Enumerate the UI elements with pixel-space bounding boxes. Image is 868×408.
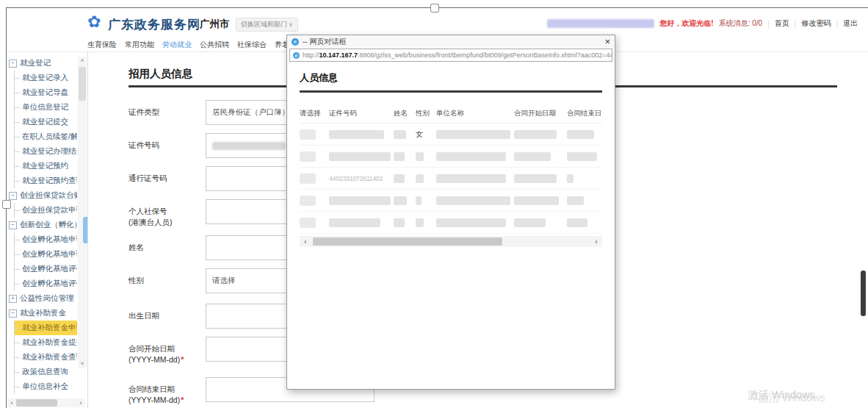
table-cell xyxy=(567,152,601,161)
table-row[interactable] xyxy=(300,212,602,234)
table-row[interactable]: 女 xyxy=(300,124,602,146)
tree-collapse-icon[interactable]: − xyxy=(9,309,17,318)
scroll-left-icon[interactable]: ‹ xyxy=(7,399,16,407)
sidebar-item[interactable]: 就业登记录入 xyxy=(15,71,77,85)
redacted-cell xyxy=(514,130,557,139)
sidebar-item[interactable]: 就业登记预约 xyxy=(15,159,77,173)
sidebar-group-label[interactable]: 就业补助资金 xyxy=(20,308,66,318)
header-link[interactable]: 首页 xyxy=(775,18,789,29)
sidebar-item[interactable]: 就业登记导盘 xyxy=(15,85,77,100)
tree-collapse-icon[interactable]: − xyxy=(9,221,17,229)
header-user-area: 您好，欢迎光临! 系统消息: 0/0 |首页|修改密码|退出 xyxy=(547,18,858,29)
table-cell xyxy=(300,196,329,206)
sidebar-item[interactable]: 就业登记办理结果查询 xyxy=(15,144,77,159)
crop-resize-handle-top[interactable] xyxy=(430,4,439,12)
sidebar-item[interactable]: 就业补助资金申请 xyxy=(15,321,77,335)
dialog-heading-underline xyxy=(300,90,602,93)
sidebar-hscrollbar-thumb[interactable] xyxy=(16,399,57,407)
sidebar-group-label[interactable]: 就业登记 xyxy=(20,58,51,68)
tree-expand-icon[interactable]: + xyxy=(9,295,17,303)
table-cell xyxy=(329,130,394,139)
sidebar-item[interactable]: 创业孵化基地评价申请 xyxy=(15,262,77,276)
sidebar-item[interactable]: 政策信息查询 xyxy=(15,365,77,379)
sidebar-item[interactable]: 创业孵化基地评价申请查询 xyxy=(15,276,77,291)
sidebar-group[interactable]: −创业担保贷款台账 xyxy=(9,188,77,203)
sidebar-item[interactable]: 创业担保贷款申请 xyxy=(15,203,77,218)
sidebar-item[interactable]: 创业孵化基地申请查询 xyxy=(15,247,77,262)
sidebar-group-children: 就业登记录入就业登记导盘单位信息登记就业登记提交在职人员续签/解除就业登记办理结… xyxy=(14,71,77,188)
field-label-text: 合同开始日期 xyxy=(129,343,206,354)
scroll-right-icon[interactable]: › xyxy=(590,237,602,246)
table-cell xyxy=(436,174,514,183)
column-header: 证件号码 xyxy=(329,109,394,118)
sidebar-scrollbar-thumb[interactable] xyxy=(79,67,86,101)
scroll-up-icon[interactable]: ˄ xyxy=(78,57,87,65)
crop-resize-handle-left[interactable] xyxy=(2,200,11,209)
separator: | xyxy=(767,20,770,28)
scroll-down-icon[interactable]: ˅ xyxy=(78,359,87,368)
header-link[interactable]: 退出 xyxy=(843,18,858,29)
dialog-heading: 人员信息 xyxy=(300,71,602,85)
sidebar-group-label[interactable]: 创业担保贷款台账 xyxy=(20,190,77,201)
redacted-cell xyxy=(416,196,422,205)
tree-collapse-icon[interactable]: − xyxy=(9,192,17,200)
sidebar-item[interactable]: 就业登记预约查询 xyxy=(15,173,77,188)
sidebar-vertical-scrollbar[interactable]: ˄ ˅ xyxy=(78,57,87,368)
field-label: 合同结束日期(YYYY-MM-dd)* xyxy=(129,377,206,406)
sidebar-item[interactable]: 单位信息登记 xyxy=(15,100,77,115)
redacted-cell xyxy=(416,218,424,227)
field-label: 证件类型 xyxy=(129,100,206,125)
header-link[interactable]: 修改密码 xyxy=(801,18,831,29)
redacted-cell xyxy=(567,130,594,139)
url-path: :8808/gzlss_web/business/front/tbempfund… xyxy=(358,51,612,59)
table-row[interactable] xyxy=(300,146,602,168)
sidebar-item[interactable]: 就业登记提交 xyxy=(15,115,77,129)
sidebar-group[interactable]: −就业登记 xyxy=(9,56,77,71)
dialog-titlebar[interactable]: e -- 网页对话框 × xyxy=(287,35,615,48)
scroll-right-icon[interactable]: › xyxy=(76,399,85,407)
page-scrollbar-thumb[interactable] xyxy=(861,271,866,316)
brand-title: 广东政务服务网 xyxy=(108,16,200,33)
table-row[interactable]: 4402331072611402 xyxy=(300,168,602,190)
redacted-cell xyxy=(514,218,546,227)
sidebar-group[interactable]: +公益性岗位管理 xyxy=(9,291,77,306)
sidebar-group[interactable]: −创新创业（孵化）示范基地 xyxy=(9,218,77,232)
field-label-text: 姓名 xyxy=(129,242,206,253)
sidebar-horizontal-scrollbar[interactable]: ‹ › xyxy=(7,398,85,407)
table-row[interactable] xyxy=(300,190,602,212)
redacted-cell xyxy=(300,151,316,162)
redacted-cell xyxy=(514,174,557,183)
tree-collapse-icon[interactable]: − xyxy=(9,60,17,68)
redacted-cell xyxy=(567,196,584,205)
close-icon[interactable]: × xyxy=(604,37,610,46)
redacted-cell xyxy=(567,152,597,161)
region-switch-label: 切换区域和部门 xyxy=(241,21,287,28)
field-label-sub: (YYYY-MM-dd)* xyxy=(129,354,206,365)
redacted-cell xyxy=(416,152,424,161)
redacted-cell xyxy=(300,129,316,140)
sidebar-splitter-handle[interactable] xyxy=(83,217,87,243)
scroll-left-icon[interactable]: ‹ xyxy=(300,237,311,246)
table-cell: 4402331072611402 xyxy=(329,175,394,182)
sidebar-group-label[interactable]: 创新创业（孵化）示范基地 xyxy=(20,220,77,230)
sidebar-item[interactable]: 就业补助资金查询 xyxy=(15,350,77,365)
table-hscrollbar-thumb[interactable] xyxy=(313,237,502,246)
table-cell xyxy=(416,174,436,183)
sidebar-item[interactable]: 单位信息补全 xyxy=(15,379,77,394)
sidebar-item[interactable]: 就业补助资金提交 xyxy=(15,335,77,350)
sidebar-item[interactable]: 创业孵化基地申请 xyxy=(15,232,77,247)
table-horizontal-scrollbar[interactable]: ‹ › xyxy=(300,236,602,247)
sidebar-item[interactable]: 在职人员续签/解除 xyxy=(15,129,77,144)
cell-text: 4402331072611402 xyxy=(329,175,383,182)
region-switch-button[interactable]: 切换区域和部门∨ xyxy=(236,18,298,32)
sidebar-group-children: 就业补助资金申请就业补助资金提交就业补助资金查询政策信息查询单位信息补全 xyxy=(14,321,77,394)
system-message-counter[interactable]: 系统消息: 0/0 xyxy=(719,18,762,29)
sidebar-group-label[interactable]: 公益性岗位管理 xyxy=(20,293,74,304)
field-label: 个人社保号(港澳台人员) xyxy=(129,199,206,228)
browser-icon: e xyxy=(292,38,299,46)
table-cell xyxy=(329,218,394,227)
sidebar-group[interactable]: −就业补助资金 xyxy=(9,306,77,321)
field-label-text: 性别 xyxy=(129,275,206,286)
separator: | xyxy=(795,20,797,28)
redacted-cell xyxy=(329,152,391,161)
